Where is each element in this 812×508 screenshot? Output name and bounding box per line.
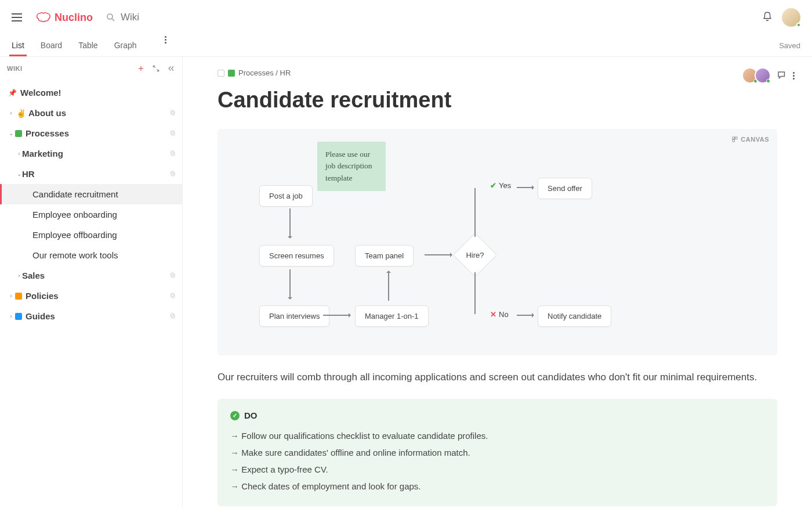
checkbox-icon[interactable] (217, 70, 224, 77)
brain-logo-icon (36, 12, 51, 23)
doc-actions (745, 67, 795, 84)
copy-icon[interactable] (169, 169, 176, 179)
svg-rect-13 (171, 273, 174, 276)
svg-rect-14 (172, 294, 175, 298)
flow-label-no: ✕No (490, 310, 509, 319)
header-right (762, 8, 800, 27)
chevron-right-icon: › (16, 150, 22, 157)
doc-more-icon[interactable] (793, 72, 795, 80)
sidebar-item-hr[interactable]: ⌄HR (0, 164, 182, 184)
sidebar-item-guides[interactable]: ›Guides (0, 306, 182, 326)
add-icon[interactable] (137, 64, 145, 73)
copy-icon[interactable] (169, 108, 176, 118)
sidebar-item-candidate-recruitment[interactable]: Candidate recruitment (0, 184, 182, 204)
sidebar-item-employee-onboarding[interactable]: Employee onboarding (0, 204, 182, 225)
copy-icon[interactable] (169, 291, 176, 301)
copy-icon[interactable] (169, 311, 176, 321)
flow-node-post-job: Post a job (259, 185, 313, 207)
tab-board[interactable]: Board (41, 36, 62, 56)
user-avatar[interactable] (782, 8, 800, 27)
expand-icon[interactable] (152, 64, 160, 73)
do-callout: ✓ DO Follow our qualifications checklist… (217, 399, 777, 506)
search-input[interactable] (121, 12, 237, 23)
tabs-more-icon[interactable] (165, 36, 166, 56)
svg-rect-10 (172, 172, 175, 176)
body-paragraph: Our recruiters will comb through all inc… (217, 369, 777, 385)
pin-icon: 📌 (8, 89, 17, 97)
do-item: Expect a typo-free CV. (230, 461, 764, 478)
sidebar-item-sales[interactable]: ›Sales (0, 265, 182, 286)
sidebar-item-about[interactable]: ›✌️About us (0, 103, 182, 123)
comments-icon[interactable] (777, 70, 787, 81)
flow-node-notify: Notify candidate (538, 305, 611, 327)
svg-rect-11 (171, 171, 174, 175)
flow-decision-hire: Hire? (459, 239, 491, 271)
chevron-right-icon: › (8, 293, 14, 299)
do-item: Follow our qualifications checklist to e… (230, 427, 764, 444)
chevron-right-icon: › (16, 272, 22, 279)
tab-list[interactable]: List (12, 36, 24, 56)
do-item: Make sure candidates' offline and online… (230, 444, 764, 461)
sidebar-item-processes[interactable]: ⌄Processes (0, 123, 182, 143)
chevron-right-icon: › (8, 110, 14, 116)
flow-label-yes: ✔Yes (490, 181, 511, 190)
app-logo[interactable]: Nuclino (36, 12, 93, 24)
saved-indicator: Saved (779, 41, 800, 50)
blue-folder-icon (15, 313, 22, 320)
svg-rect-12 (172, 274, 175, 278)
avatar (755, 67, 771, 84)
folder-icon (228, 70, 235, 77)
flow-node-screen: Screen resumes (259, 245, 334, 266)
copy-icon[interactable] (169, 149, 176, 158)
copy-icon[interactable] (169, 128, 176, 138)
svg-rect-18 (733, 137, 735, 139)
collaborator-avatars[interactable] (745, 67, 771, 84)
flow-node-team: Team panel (355, 245, 414, 266)
flow-node-manager: Manager 1-on-1 (355, 305, 429, 327)
notifications-icon[interactable] (762, 11, 773, 24)
svg-rect-8 (172, 152, 175, 156)
sidebar-item-remote-tools[interactable]: Our remote work tools (0, 245, 182, 265)
svg-line-1 (112, 19, 114, 21)
canvas-embed[interactable]: CANVAS Please use our job description te… (217, 129, 777, 355)
sidebar-item-marketing[interactable]: ›Marketing (0, 143, 182, 164)
svg-rect-6 (172, 132, 175, 135)
document-pane: Processes / HR Candidate recruitment CAN… (183, 57, 812, 508)
chevron-down-icon: ⌄ (16, 171, 22, 177)
svg-rect-17 (171, 314, 174, 317)
chevron-right-icon: › (8, 313, 14, 319)
tab-table[interactable]: Table (78, 36, 97, 56)
svg-rect-7 (171, 131, 174, 134)
hamburger-menu-icon[interactable] (12, 10, 26, 24)
orange-folder-icon (15, 293, 22, 300)
sidebar-heading: WIKI (7, 65, 137, 72)
presence-dot (796, 23, 801, 27)
svg-rect-4 (172, 111, 175, 115)
green-folder-icon (15, 130, 22, 137)
svg-rect-16 (172, 315, 175, 318)
svg-point-0 (107, 14, 113, 19)
sidebar-item-welcome[interactable]: 📌Welcome! (0, 82, 182, 103)
svg-rect-9 (171, 151, 174, 154)
copy-icon[interactable] (169, 271, 176, 280)
flowchart: Please use our job description template … (230, 142, 764, 343)
sidebar-tree: 📌Welcome! ›✌️About us ⌄Processes ›Market… (0, 80, 182, 329)
flow-node-send-offer: Send offer (538, 178, 592, 199)
sidebar-item-employee-offboarding[interactable]: Employee offboarding (0, 225, 182, 245)
svg-rect-15 (171, 293, 174, 297)
breadcrumb[interactable]: Processes / HR (217, 69, 777, 77)
chevron-down-icon: ⌄ (8, 130, 14, 136)
svg-rect-5 (171, 110, 174, 114)
sidebar-item-policies[interactable]: ›Policies (0, 286, 182, 306)
sticky-note: Please use our job description template (317, 142, 386, 191)
hand-emoji-icon: ✌️ (16, 109, 26, 118)
breadcrumb-text: Processes / HR (238, 69, 291, 77)
sidebar-head: WIKI (0, 57, 182, 80)
collapse-icon[interactable] (167, 64, 175, 73)
search-wrap (106, 12, 762, 23)
app-name: Nuclino (55, 12, 93, 24)
app-header: Nuclino (0, 0, 812, 35)
view-tabs: List Board Table Graph (12, 36, 779, 56)
tab-graph[interactable]: Graph (114, 36, 137, 56)
svg-rect-19 (735, 137, 738, 139)
